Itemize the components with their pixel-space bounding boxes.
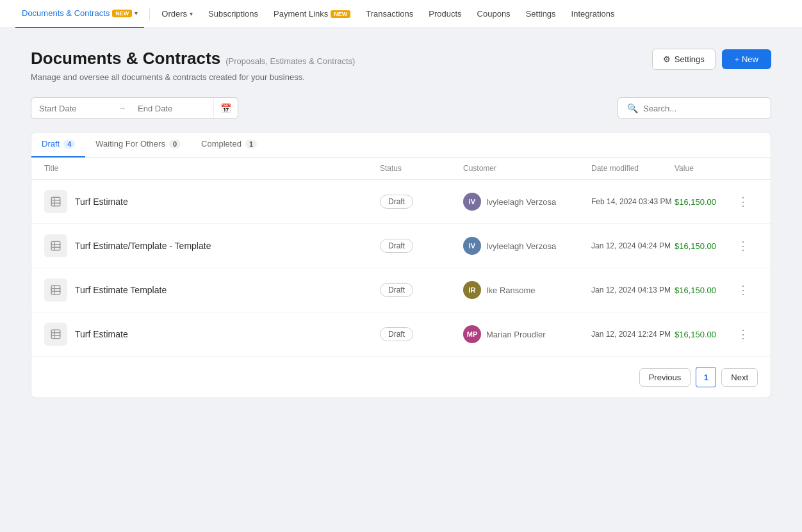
doc-icon bbox=[44, 190, 67, 213]
status-badge: Draft bbox=[380, 195, 413, 209]
cell-title-2: Turf Estimate Template bbox=[44, 278, 380, 302]
gear-icon: ⚙ bbox=[663, 54, 671, 64]
search-icon: 🔍 bbox=[627, 103, 638, 113]
tab-bar: Draft 4 Waiting For Others 0 Completed 1 bbox=[31, 133, 771, 157]
previous-button[interactable]: Previous bbox=[639, 368, 691, 387]
nav-item-settings[interactable]: Settings bbox=[520, 0, 562, 28]
customer-name: Ivyleelagh Verzosa bbox=[486, 241, 556, 251]
pagination: Previous 1 Next bbox=[31, 356, 771, 398]
nav-label-settings: Settings bbox=[526, 9, 556, 19]
table-header: Title Status Customer Date modified Valu… bbox=[31, 157, 771, 180]
cell-date-3: Jan 12, 2024 12:24 PM bbox=[591, 328, 675, 340]
document-name: Turf Estimate/Template - Template bbox=[75, 241, 211, 251]
cell-customer-0: IV Ivyleelagh Verzosa bbox=[463, 193, 591, 211]
cell-value-2: $16,150.00 bbox=[675, 286, 732, 295]
nav-item-integrations[interactable]: Integrations bbox=[565, 0, 621, 28]
cell-status-1: Draft bbox=[380, 239, 463, 253]
cell-more-1: ⋮ bbox=[732, 236, 758, 255]
cell-status-3: Draft bbox=[380, 327, 463, 341]
page-title-area: Documents & Contracts (Proposals, Estima… bbox=[31, 49, 355, 82]
table-row[interactable]: Turf Estimate/Template - Template Draft … bbox=[31, 224, 771, 268]
doc-icon bbox=[44, 323, 67, 346]
next-button[interactable]: Next bbox=[721, 368, 758, 387]
col-customer: Customer bbox=[463, 164, 591, 173]
nav-item-products[interactable]: Products bbox=[422, 0, 468, 28]
avatar: IV bbox=[463, 193, 481, 211]
col-actions bbox=[732, 164, 758, 173]
nav-label-products: Products bbox=[429, 9, 461, 19]
more-options-button[interactable]: ⋮ bbox=[732, 192, 754, 211]
nav-badge-documents: NEW bbox=[112, 10, 132, 17]
doc-icon bbox=[44, 278, 67, 302]
completed-count: 1 bbox=[245, 140, 257, 149]
col-title: Title bbox=[44, 164, 380, 173]
header-actions: ⚙ Settings + New bbox=[652, 49, 771, 70]
document-name: Turf Estimate bbox=[75, 197, 128, 207]
customer-name: Ivyleelagh Verzosa bbox=[486, 197, 556, 207]
nav-item-subscriptions[interactable]: Subscriptions bbox=[202, 0, 265, 28]
customer-name: Ike Ransome bbox=[486, 286, 536, 295]
page-description: Manage and oversee all documents & contr… bbox=[31, 72, 355, 82]
more-options-button[interactable]: ⋮ bbox=[732, 325, 754, 344]
arrow-icon: → bbox=[115, 104, 130, 113]
status-badge: Draft bbox=[380, 239, 413, 253]
customer-name: Marian Proudler bbox=[486, 330, 546, 339]
nav-label-coupons: Coupons bbox=[477, 9, 511, 19]
tab-draft[interactable]: Draft 4 bbox=[31, 133, 85, 157]
svg-rect-4 bbox=[51, 241, 60, 250]
table-row[interactable]: Turf Estimate Draft MP Marian Proudler J… bbox=[31, 312, 771, 356]
cell-customer-1: IV Ivyleelagh Verzosa bbox=[463, 237, 591, 255]
start-date-input[interactable] bbox=[31, 99, 115, 118]
avatar: IR bbox=[463, 281, 481, 299]
cell-more-2: ⋮ bbox=[732, 280, 758, 300]
more-options-button[interactable]: ⋮ bbox=[732, 236, 754, 255]
more-options-button[interactable]: ⋮ bbox=[732, 280, 754, 300]
cell-status-2: Draft bbox=[380, 283, 463, 297]
nav-item-payment-links[interactable]: Payment Links NEW bbox=[267, 0, 357, 28]
nav-label-orders: Orders bbox=[161, 9, 187, 19]
chevron-down-icon: ▾ bbox=[190, 10, 193, 17]
page-header: Documents & Contracts (Proposals, Estima… bbox=[31, 49, 771, 82]
col-status: Status bbox=[380, 164, 463, 173]
table-row[interactable]: Turf Estimate Draft IV Ivyleelagh Verzos… bbox=[31, 180, 771, 224]
nav-item-orders[interactable]: Orders ▾ bbox=[155, 0, 199, 28]
avatar: MP bbox=[463, 325, 481, 343]
page-title: Documents & Contracts (Proposals, Estima… bbox=[31, 49, 355, 69]
cell-date-1: Jan 12, 2024 04:24 PM bbox=[591, 240, 675, 252]
cell-status-0: Draft bbox=[380, 195, 463, 209]
search-input[interactable] bbox=[643, 104, 762, 113]
cell-date-0: Feb 14, 2024 03:43 PM bbox=[591, 196, 675, 207]
nav-label-integrations: Integrations bbox=[571, 9, 615, 19]
documents-table: Draft 4 Waiting For Others 0 Completed 1… bbox=[31, 132, 771, 398]
navigation: Documents & Contracts NEW ▾ Orders ▾ Sub… bbox=[0, 0, 802, 28]
cell-customer-2: IR Ike Ransome bbox=[463, 281, 591, 299]
main-content: Documents & Contracts (Proposals, Estima… bbox=[0, 28, 802, 532]
date-range-picker[interactable]: → 📅 bbox=[31, 97, 238, 119]
col-date: Date modified bbox=[591, 164, 675, 173]
nav-item-transactions[interactable]: Transactions bbox=[359, 0, 420, 28]
col-value: Value bbox=[675, 164, 732, 173]
new-button[interactable]: + New bbox=[722, 49, 771, 69]
nav-item-documents-contracts[interactable]: Documents & Contracts NEW ▾ bbox=[15, 0, 144, 28]
calendar-icon[interactable]: 📅 bbox=[213, 98, 238, 118]
nav-label-documents: Documents & Contracts bbox=[22, 8, 110, 18]
search-box[interactable]: 🔍 bbox=[618, 97, 771, 119]
cell-value-1: $16,150.00 bbox=[675, 241, 732, 251]
document-name: Turf Estimate bbox=[75, 329, 128, 339]
nav-item-coupons[interactable]: Coupons bbox=[471, 0, 517, 28]
svg-rect-12 bbox=[51, 330, 60, 339]
table-row[interactable]: Turf Estimate Template Draft IR Ike Rans… bbox=[31, 268, 771, 312]
cell-value-0: $16,150.00 bbox=[675, 197, 732, 207]
draft-count: 4 bbox=[63, 140, 75, 149]
chevron-down-icon: ▾ bbox=[135, 10, 138, 17]
document-name: Turf Estimate Template bbox=[75, 285, 167, 295]
cell-value-3: $16,150.00 bbox=[675, 330, 732, 339]
waiting-count: 0 bbox=[169, 140, 181, 149]
settings-button[interactable]: ⚙ Settings bbox=[652, 49, 716, 70]
end-date-input[interactable] bbox=[130, 99, 213, 118]
page-number-1[interactable]: 1 bbox=[696, 367, 716, 387]
tab-waiting[interactable]: Waiting For Others 0 bbox=[85, 133, 191, 157]
tab-completed[interactable]: Completed 1 bbox=[191, 133, 267, 157]
svg-rect-0 bbox=[51, 197, 60, 206]
cell-date-2: Jan 12, 2024 04:13 PM bbox=[591, 284, 675, 296]
